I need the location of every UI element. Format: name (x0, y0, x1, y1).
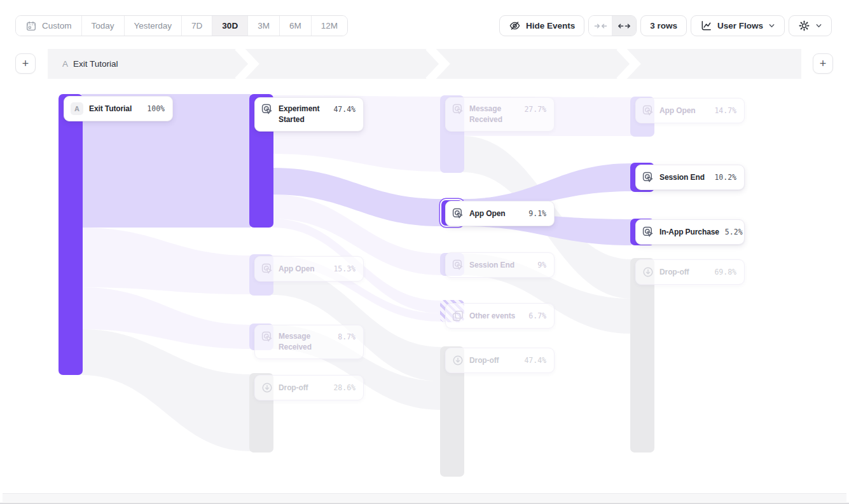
date-range-today[interactable]: Today (82, 16, 125, 36)
event-name-label: Message Received (279, 331, 332, 352)
event-icon (261, 331, 273, 343)
flow-links-layer (0, 79, 849, 492)
flow-card-experiment-started-step2[interactable]: Experiment Started47.4% (254, 97, 364, 132)
step-letter-badge: A (71, 102, 83, 115)
flow-card-message-received-step2[interactable]: Message Received8.7% (254, 325, 364, 359)
flow-link-app-open-step2-to-drop-off-step3 (272, 264, 441, 381)
date-range-label: Yesterday (134, 21, 172, 31)
flow-card-app-open-step3[interactable]: App Open9.1% (445, 201, 555, 226)
flow-card-message-received-step3[interactable]: Message Received27.7% (445, 97, 555, 132)
rows-label: 3 rows (650, 21, 677, 31)
date-range-12m[interactable]: 12M (312, 16, 347, 36)
flow-card-other-events-step3[interactable]: Other events6.7% (445, 303, 555, 329)
event-name-label: Drop-off (659, 267, 689, 278)
column-width-toggle (588, 15, 637, 36)
event-name-label: App Open (659, 106, 696, 116)
conversion-percent: 15.3% (333, 264, 355, 273)
toolbar-right: Hide Events 3 rows User Flows (499, 15, 832, 36)
event-icon (642, 172, 654, 183)
event-name-label: Exit Tutorial (89, 104, 132, 114)
event-name-label: App Open (469, 208, 506, 219)
collapse-columns-icon[interactable] (589, 16, 612, 36)
date-range-yesterday[interactable]: Yesterday (125, 16, 183, 36)
date-range-custom[interactable]: Custom (16, 16, 82, 36)
footer-strip (3, 493, 846, 502)
event-name-label: Drop-off (279, 383, 308, 393)
conversion-percent: 69.8% (714, 268, 736, 276)
event-icon (452, 259, 464, 271)
event-icon (452, 208, 464, 219)
step-event-name: Exit Tutorial (73, 59, 118, 69)
flow-card-app-open-step4[interactable]: App Open14.7% (635, 98, 745, 123)
date-range-7d[interactable]: 7D (182, 16, 212, 36)
calendar-icon (25, 20, 37, 32)
conversion-percent: 100% (147, 104, 165, 113)
flow-card-app-open-step2[interactable]: App Open15.3% (254, 256, 364, 282)
flow-link-experiment-started-step2-to-app-open-step3[interactable] (272, 168, 441, 226)
step-header-band: A Exit Tutorial (48, 49, 801, 79)
other-events-icon (452, 310, 464, 322)
add-step-left-button[interactable]: + (15, 53, 36, 74)
event-name-label: In-App Purchase (659, 227, 719, 238)
column-divider-chevrons (48, 49, 801, 79)
step-a-header[interactable]: A Exit Tutorial (62, 49, 118, 79)
flow-bar-drop-off-step4[interactable] (630, 258, 654, 453)
date-range-label: 12M (321, 21, 338, 31)
user-flows-app: CustomTodayYesterday7D30D3M6M12M Hide Ev… (0, 0, 849, 504)
flow-card-in-app-purchase-step4[interactable]: In-App Purchase5.2% (635, 219, 745, 245)
event-icon (261, 104, 273, 115)
date-range-group: CustomTodayYesterday7D30D3M6M12M (15, 15, 348, 36)
date-range-3m[interactable]: 3M (248, 16, 280, 36)
flow-card-session-end-step4[interactable]: Session End10.2% (635, 165, 745, 190)
conversion-percent: 27.7% (524, 104, 546, 114)
gear-icon (798, 20, 810, 32)
conversion-percent: 6.7% (528, 311, 546, 320)
chevron-down-icon (768, 22, 775, 29)
date-range-label: 30D (222, 21, 238, 31)
flow-card-drop-off-step4[interactable]: Drop-off69.8% (635, 259, 745, 285)
conversion-percent: 14.7% (714, 106, 736, 115)
event-icon (642, 105, 654, 116)
flow-card-exit-tutorial-step1[interactable]: AExit Tutorial100% (64, 96, 173, 121)
conversion-percent: 28.6% (333, 383, 355, 392)
expand-columns-icon[interactable] (612, 16, 636, 36)
settings-button[interactable] (789, 15, 832, 36)
flow-card-session-end-step3[interactable]: Session End9% (445, 252, 555, 278)
event-name-label: Session End (469, 260, 514, 271)
event-name-label: Message Received (469, 104, 518, 125)
event-icon (452, 104, 464, 115)
eye-off-icon (509, 20, 521, 32)
view-selector-label: User Flows (717, 21, 763, 31)
chevron-down-icon (815, 22, 822, 29)
date-range-30d[interactable]: 30D (212, 16, 248, 36)
add-step-right-button[interactable]: + (813, 53, 833, 74)
conversion-percent: 8.7% (338, 331, 355, 341)
event-name-label: App Open (279, 264, 315, 275)
date-range-label: 6M (289, 21, 301, 31)
conversion-percent: 9.1% (528, 209, 546, 218)
event-name-label: Drop-off (469, 355, 499, 366)
drop-off-icon (261, 382, 273, 393)
conversion-percent: 47.4% (333, 104, 355, 114)
date-range-6m[interactable]: 6M (280, 16, 312, 36)
line-chart-icon (700, 20, 712, 32)
event-name-label: Session End (659, 172, 705, 183)
rows-button[interactable]: 3 rows (640, 15, 687, 36)
date-range-label: Custom (42, 21, 72, 31)
step-letter: A (62, 59, 68, 69)
view-selector-button[interactable]: User Flows (691, 15, 785, 36)
drop-off-icon (452, 355, 464, 366)
flow-bar-exit-tutorial-step1[interactable] (59, 94, 83, 375)
conversion-percent: 47.4% (524, 356, 546, 365)
date-range-label: 7D (191, 21, 202, 31)
conversion-percent: 10.2% (714, 173, 736, 182)
sankey-canvas: AExit Tutorial100%Experiment Started47.4… (0, 79, 849, 492)
event-icon (261, 263, 273, 275)
flow-card-drop-off-step3[interactable]: Drop-off47.4% (445, 348, 555, 373)
drop-off-icon (642, 266, 654, 278)
flow-link-exit-tutorial-step1-to-message-received-step2 (81, 287, 251, 349)
flow-link-exit-tutorial-step1-to-app-open-step2 (81, 228, 251, 294)
flow-card-drop-off-step2[interactable]: Drop-off28.6% (254, 375, 364, 400)
event-icon (642, 226, 654, 238)
hide-events-button[interactable]: Hide Events (499, 15, 584, 36)
